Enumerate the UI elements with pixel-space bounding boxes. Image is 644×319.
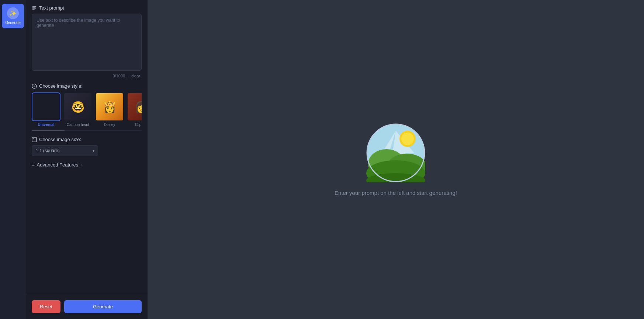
size-section-label: Choose image size: xyxy=(39,137,81,142)
advanced-features-label: Advanced Features xyxy=(37,162,79,168)
style-icon xyxy=(32,84,37,89)
svg-rect-1 xyxy=(32,7,36,7)
image-style-section: Choose image style: Universal Cartoon he… xyxy=(32,83,142,131)
prompt-footer: 0/1000 clear xyxy=(32,74,142,78)
svg-rect-3 xyxy=(32,9,35,9)
text-prompt-icon xyxy=(32,6,37,11)
style-name-universal: Universal xyxy=(38,123,54,127)
generate-button[interactable]: Generate xyxy=(64,300,142,313)
left-panel: Text prompt 0/1000 clear Choose image st… xyxy=(26,0,148,319)
style-thumb-cartoon xyxy=(63,92,92,121)
svg-point-15 xyxy=(401,133,414,145)
panel-content: Text prompt 0/1000 clear Choose image st… xyxy=(26,0,148,294)
style-name-clip: Clip a... xyxy=(135,123,142,127)
icon-bar: ✨ Generate xyxy=(0,0,26,319)
text-prompt-textarea[interactable] xyxy=(32,14,142,71)
chevron-right-icon: › xyxy=(81,163,83,167)
main-area: Enter your prompt on the left and start … xyxy=(148,0,644,319)
sidebar-item-label: Generate xyxy=(5,21,21,25)
image-style-label: Choose image style: xyxy=(32,83,142,89)
style-thumb-img-disney xyxy=(96,93,123,120)
style-item-cartoon[interactable]: Cartoon head xyxy=(63,92,92,127)
size-select-wrapper: 1:1 (square) 16:9 (landscape) 9:16 (port… xyxy=(32,145,98,156)
svg-rect-2 xyxy=(32,8,37,8)
style-item-disney[interactable]: Disney xyxy=(95,92,124,127)
style-thumb-disney xyxy=(95,92,124,121)
char-count: 0/1000 xyxy=(113,74,125,78)
generate-icon: ✨ xyxy=(7,7,19,19)
style-item-universal[interactable]: Universal xyxy=(32,92,60,127)
style-scroll-track xyxy=(32,130,65,131)
style-name-cartoon: Cartoon head xyxy=(67,123,89,127)
size-select[interactable]: 1:1 (square) 16:9 (landscape) 9:16 (port… xyxy=(32,145,98,156)
style-thumb-img-clip xyxy=(128,93,142,120)
style-thumb-universal xyxy=(32,92,60,121)
clear-button[interactable]: clear xyxy=(131,74,140,78)
text-prompt-header: Text prompt xyxy=(32,5,142,11)
image-size-section: Choose image size: 1:1 (square) 16:9 (la… xyxy=(32,137,142,156)
footer-divider xyxy=(128,74,128,78)
reset-button[interactable]: Reset xyxy=(32,300,60,313)
image-size-label: Choose image size: xyxy=(32,137,142,142)
style-thumb-clip xyxy=(127,92,142,121)
style-item-clip[interactable]: Clip a... xyxy=(127,92,142,127)
sidebar-item-generate[interactable]: ✨ Generate xyxy=(2,4,24,28)
style-grid: Universal Cartoon head Disney xyxy=(32,92,142,127)
advanced-features-icon: ≡ xyxy=(32,162,35,168)
svg-rect-0 xyxy=(32,6,37,6)
landscape-illustration xyxy=(366,123,425,182)
text-prompt-area: 0/1000 clear xyxy=(32,14,142,78)
svg-rect-6 xyxy=(33,138,34,139)
advanced-features-section[interactable]: ≡ Advanced Features › xyxy=(32,162,142,168)
style-section-label: Choose image style: xyxy=(39,83,83,89)
placeholder-text: Enter your prompt on the left and start … xyxy=(335,190,457,196)
size-icon xyxy=(32,137,37,142)
bottom-buttons: Reset Generate xyxy=(26,294,148,319)
style-scroll-indicator xyxy=(32,130,142,131)
style-name-disney: Disney xyxy=(104,123,115,127)
style-thumb-img-cartoon xyxy=(64,93,91,120)
text-prompt-label: Text prompt xyxy=(39,5,64,11)
